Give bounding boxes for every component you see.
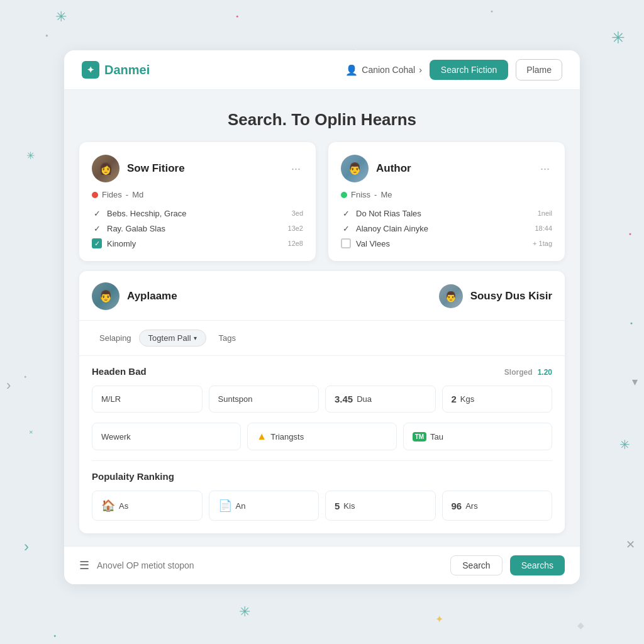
item-label: Alanoy Clain Ainyke <box>356 224 428 233</box>
card1-header: 👩 Sow Fitiore ··· <box>92 155 303 182</box>
card-author: 👨 Author ··· Fniss - Me ✓ Do Not Rias Ta… <box>328 142 565 261</box>
stat-kgs-label: Kgs <box>460 394 474 404</box>
avatar-4: 👨 <box>439 284 463 308</box>
list-item: ✓ Bebs. Hecship, Grace 3ed <box>92 208 303 218</box>
item-tag: + 1tag <box>533 240 552 247</box>
stat-kis-value: 5 <box>335 501 340 511</box>
stat-mlr: M/LR <box>92 386 203 413</box>
top-cards: 👩 Sow Fitiore ··· Fides - Md ✓ Bebs. Hec… <box>64 142 580 261</box>
card-sow-fitiore: 👩 Sow Fitiore ··· Fides - Md ✓ Bebs. Hec… <box>79 142 316 261</box>
home-icon: 🏠 <box>101 499 115 513</box>
avatar-3: 👨 <box>92 282 119 310</box>
card1-status-dot <box>92 192 98 198</box>
card2-meta: Fniss - Me <box>341 190 552 199</box>
card3-name: Ayplaame <box>127 290 431 303</box>
card1-more-button[interactable]: ··· <box>289 162 303 175</box>
item-tag: 1neil <box>538 209 552 217</box>
section1-meta-label: Slorged <box>504 368 533 377</box>
item-tag: 13e2 <box>288 225 303 232</box>
check-icon: ✓ <box>341 208 351 218</box>
tag-icon: TM <box>413 432 426 441</box>
stat-kgs: 2 Kgs <box>442 386 553 413</box>
stat-ars: 96 Ars <box>442 491 553 521</box>
card2-checklist: ✓ Do Not Rias Tales 1neil ✓ Alanoy Clain… <box>341 208 552 248</box>
tab-selaping[interactable]: Selaping <box>92 330 139 347</box>
plane-button[interactable]: Plame <box>516 59 562 80</box>
menu-icon[interactable]: ☰ <box>79 558 89 572</box>
stat-as: 🏠 As <box>92 491 203 521</box>
page-title: Search. To Oplin Hearns <box>64 90 580 142</box>
stat-tau: TM Tau <box>403 423 552 450</box>
main-container: ✦ Danmei 👤 Canion Cohal › Search Fiction… <box>64 50 580 584</box>
card2-header: 👨 Author ··· <box>341 155 552 182</box>
list-item: Val Vlees + 1tag <box>341 238 552 248</box>
search-primary-button[interactable]: Searchs <box>510 555 565 575</box>
stat-dua-label: Dua <box>357 394 372 404</box>
stat-wewerk-label: Wewerk <box>101 432 131 441</box>
stat-triangsts-label: Triangsts <box>270 432 304 441</box>
user-arrow: › <box>419 65 422 75</box>
stat-tau-label: Tau <box>430 432 443 441</box>
list-item: ✓ Do Not Rias Tales 1neil <box>341 208 552 218</box>
checkbox-icon[interactable] <box>341 238 351 248</box>
item-label: Kinomly <box>107 239 136 248</box>
stat-an: 📄 An <box>209 491 319 521</box>
section1-stats-grid: M/LR Suntspon 3.45 Dua 2 Kgs <box>79 379 565 423</box>
card-bottom-header: 👨 Ayplaame 👨 Sousy Dus Kisir <box>79 271 565 321</box>
card1-meta: Fides - Md <box>92 190 303 199</box>
stat-triangsts: ▲ Triangsts <box>247 423 396 450</box>
chevron-down-icon: ▾ <box>194 335 197 341</box>
section2-label: Populaity Ranking <box>92 471 174 482</box>
check-icon: ✓ <box>92 208 102 218</box>
logo: ✦ Danmei <box>82 61 150 79</box>
section1-meta-value: 1.20 <box>538 368 552 377</box>
tab-togtem-pill[interactable]: Togtem Pall ▾ <box>139 330 206 347</box>
tabs-row: Selaping Togtem Pall ▾ Tags <box>79 321 565 356</box>
section1-label: Headen Bad <box>92 366 147 377</box>
stat-an-label: An <box>236 501 246 511</box>
card2-status-dot <box>341 192 347 198</box>
user-icon: 👤 <box>345 64 358 76</box>
stat-kgs-value: 2 <box>452 394 457 404</box>
avatar-img-1: 👩 <box>92 155 119 182</box>
section2-title: Populaity Ranking <box>79 461 565 484</box>
section2-stats-grid: 🏠 As 📄 An 5 Kis 96 Ars <box>79 484 565 533</box>
item-tag: 18:44 <box>535 225 552 232</box>
section1-meta: Slorged 1.20 <box>504 366 552 377</box>
logo-text: Danmei <box>104 63 150 77</box>
list-item: ✓ Kinomly 12e8 <box>92 238 303 248</box>
card2-name: Author <box>376 162 530 175</box>
item-label: Bebs. Hecship, Grace <box>107 209 186 218</box>
list-item: ✓ Ray. Galab Slas 13e2 <box>92 223 303 233</box>
check-icon: ✓ <box>341 223 351 233</box>
avatar-img-2: 👨 <box>341 155 369 182</box>
stat-ars-label: Ars <box>465 501 478 511</box>
item-tag: 3ed <box>292 209 303 217</box>
card-bottom-expanded: 👨 Ayplaame 👨 Sousy Dus Kisir Selaping To… <box>79 271 565 533</box>
tab-tags[interactable]: Tags <box>211 330 243 347</box>
card2-meta1: Fniss <box>351 190 370 199</box>
search-input[interactable] <box>97 560 443 570</box>
triangle-icon: ▲ <box>257 431 267 442</box>
user-info: 👤 Canion Cohal › <box>345 64 422 76</box>
card1-meta1: Fides <box>102 190 122 199</box>
search-fiction-button[interactable]: Search Fiction <box>430 60 508 80</box>
stat-wewerk: Wewerk <box>92 423 241 450</box>
card2-meta2: Me <box>380 190 392 199</box>
checkbox-filled-icon[interactable]: ✓ <box>92 238 102 248</box>
stat-mlr-label: M/LR <box>101 394 121 404</box>
stat-suntspon-label: Suntspon <box>218 394 253 404</box>
avatar-img-3: 👨 <box>92 282 119 310</box>
document-icon: 📄 <box>218 499 232 513</box>
item-label: Do Not Rias Tales <box>356 209 421 218</box>
section1-stats-grid2: Wewerk ▲ Triangsts TM Tau <box>79 423 565 460</box>
card4-name: Sousy Dus Kisir <box>470 290 552 303</box>
stat-kis-label: Kis <box>343 501 355 511</box>
item-label: Val Vlees <box>356 239 390 248</box>
stat-dua: 3.45 Dua <box>325 386 436 413</box>
card2-more-button[interactable]: ··· <box>538 162 552 175</box>
card1-name: Sow Fitiore <box>127 162 281 175</box>
stat-ars-value: 96 <box>452 501 462 511</box>
stat-as-label: As <box>119 501 128 511</box>
search-button[interactable]: Search <box>450 555 502 575</box>
